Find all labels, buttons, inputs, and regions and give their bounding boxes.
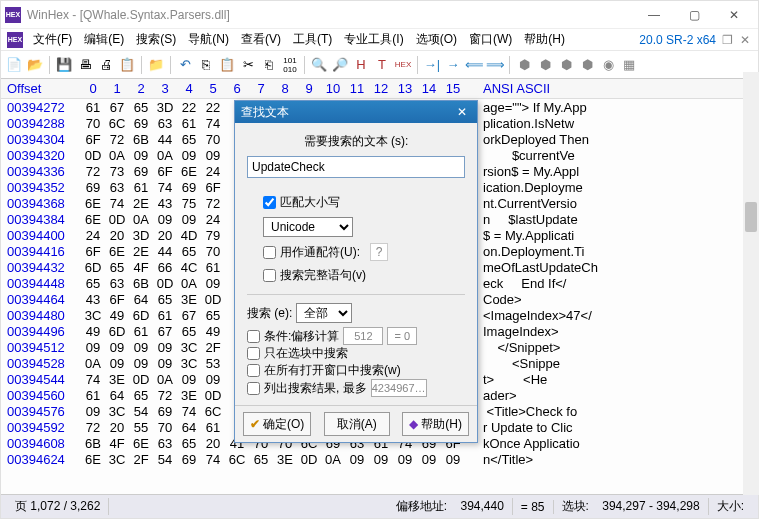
hex-byte[interactable]: 3D [153, 100, 177, 115]
copy2-icon[interactable]: ⎗ [260, 56, 278, 74]
hex-byte[interactable]: 69 [177, 452, 201, 467]
menu-edit[interactable]: 编辑(E) [78, 29, 130, 50]
menu-search[interactable]: 搜索(S) [130, 29, 182, 50]
hex-byte[interactable]: 75 [177, 196, 201, 211]
menu-window[interactable]: 窗口(W) [463, 29, 518, 50]
ascii-cell[interactable]: on.Deployment.Ti [465, 244, 758, 259]
hex-byte[interactable]: 64 [105, 388, 129, 403]
hex-byte[interactable]: 6E [129, 436, 153, 451]
hex-byte[interactable]: 09 [201, 276, 225, 291]
hex-byte[interactable]: 09 [441, 452, 465, 467]
ascii-cell[interactable]: rsion$ = My.Appl [465, 164, 758, 179]
hex-byte[interactable]: 65 [177, 436, 201, 451]
hex-byte[interactable]: 20 [105, 420, 129, 435]
hex-byte[interactable]: 70 [201, 244, 225, 259]
hex-byte[interactable]: 67 [105, 100, 129, 115]
hex-byte[interactable]: 70 [81, 116, 105, 131]
hex-byte[interactable]: 6F [105, 292, 129, 307]
hex-byte[interactable]: 0A [81, 356, 105, 371]
calc-icon[interactable]: ▦ [620, 56, 638, 74]
list-max-input[interactable] [371, 379, 427, 397]
col-header[interactable]: 5 [201, 81, 225, 96]
hex-byte[interactable]: 69 [153, 404, 177, 419]
hex-byte[interactable]: 61 [153, 308, 177, 323]
ascii-cell[interactable]: r Update to Clic [465, 420, 758, 435]
menu-help[interactable]: 帮助(H) [518, 29, 571, 50]
hex-byte[interactable]: 74 [105, 196, 129, 211]
hex-byte[interactable]: 2E [129, 196, 153, 211]
hex-icon[interactable]: 101010 [281, 56, 299, 74]
hex-byte[interactable]: 74 [177, 404, 201, 419]
hex-byte[interactable]: 61 [129, 324, 153, 339]
hex-byte[interactable]: 72 [105, 132, 129, 147]
goto-icon[interactable]: → [444, 56, 462, 74]
ascii-cell[interactable]: ader> [465, 388, 758, 403]
hex-byte[interactable]: 65 [153, 292, 177, 307]
hex-byte[interactable]: 65 [177, 244, 201, 259]
hex-byte[interactable]: 4C [177, 260, 201, 275]
col-header[interactable]: 6 [225, 81, 249, 96]
disk4-icon[interactable]: ⬢ [578, 56, 596, 74]
hex-byte[interactable]: 0A [177, 276, 201, 291]
hex-byte[interactable]: 6E [81, 196, 105, 211]
open-icon[interactable]: 📂 [26, 56, 44, 74]
print-icon[interactable]: 🖨 [97, 56, 115, 74]
hex-row[interactable]: 003946246E3C2F5469746C653E0D0A0909090909… [1, 451, 758, 467]
hex-byte[interactable]: 20 [153, 228, 177, 243]
disk3-icon[interactable]: ⬢ [557, 56, 575, 74]
hex-byte[interactable]: 2F [201, 340, 225, 355]
hex-byte[interactable]: 0D [297, 452, 321, 467]
ok-button[interactable]: ✔确定(O) [243, 412, 311, 436]
col-header[interactable]: 12 [369, 81, 393, 96]
hex-byte[interactable]: 3E [273, 452, 297, 467]
hex-byte[interactable]: 4F [105, 436, 129, 451]
hex-byte[interactable]: 61 [81, 100, 105, 115]
hex-byte[interactable]: 09 [153, 340, 177, 355]
goto-first-icon[interactable]: →| [423, 56, 441, 74]
hex-byte[interactable]: 3C [177, 356, 201, 371]
hex-byte[interactable]: 0D [105, 212, 129, 227]
hex-byte[interactable]: 54 [153, 452, 177, 467]
ascii-cell[interactable]: <Title>Check fo [465, 404, 758, 419]
hex-byte[interactable]: 22 [201, 100, 225, 115]
hex-byte[interactable]: 64 [129, 292, 153, 307]
col-header[interactable]: 9 [297, 81, 321, 96]
hex-byte[interactable]: 69 [177, 180, 201, 195]
hex-byte[interactable]: 65 [177, 324, 201, 339]
hex-byte[interactable]: 09 [81, 404, 105, 419]
hex-byte[interactable]: 63 [105, 180, 129, 195]
hex-byte[interactable]: 65 [81, 276, 105, 291]
minimize-button[interactable]: — [634, 3, 674, 27]
hex-byte[interactable]: 6F [153, 164, 177, 179]
hex-byte[interactable]: 65 [249, 452, 273, 467]
hex-byte[interactable]: 09 [345, 452, 369, 467]
hex-byte[interactable]: 22 [177, 100, 201, 115]
hex-byte[interactable]: 09 [105, 340, 129, 355]
hex-byte[interactable]: 0D [201, 292, 225, 307]
hex-byte[interactable]: 0D [129, 372, 153, 387]
col-header[interactable]: 15 [441, 81, 465, 96]
hex-byte[interactable]: 43 [81, 292, 105, 307]
ascii-cell[interactable]: $currentVe [465, 148, 758, 163]
col-header[interactable]: 11 [345, 81, 369, 96]
hex-byte[interactable]: 09 [129, 148, 153, 163]
find-icon[interactable]: 🔎 [331, 56, 349, 74]
hex-byte[interactable]: 69 [129, 116, 153, 131]
hex-byte[interactable]: 63 [153, 436, 177, 451]
hex-byte[interactable]: 0A [153, 148, 177, 163]
menu-pro[interactable]: 专业工具(I) [338, 29, 409, 50]
cut-icon[interactable]: ✂ [239, 56, 257, 74]
search-text-input[interactable] [247, 156, 465, 178]
whole-words-checkbox[interactable] [263, 269, 276, 282]
hex-byte[interactable]: 09 [177, 372, 201, 387]
scrollbar-thumb[interactable] [745, 202, 757, 232]
save-icon[interactable]: 💾 [55, 56, 73, 74]
ascii-cell[interactable]: meOfLastUpdateCh [465, 260, 758, 275]
hex-byte[interactable]: 20 [201, 436, 225, 451]
ascii-cell[interactable]: ImageIndex> [465, 324, 758, 339]
col-header[interactable]: 4 [177, 81, 201, 96]
hex-byte[interactable]: 53 [201, 356, 225, 371]
hex-byte[interactable]: 3E [177, 388, 201, 403]
hex-byte[interactable]: 74 [153, 180, 177, 195]
hex-byte[interactable]: 63 [153, 116, 177, 131]
